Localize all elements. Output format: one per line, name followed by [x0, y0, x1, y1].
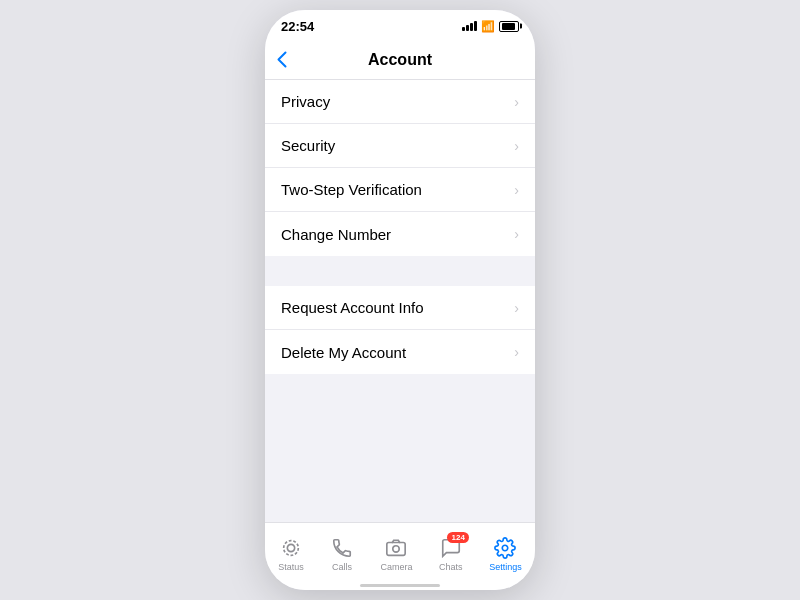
- status-time: 22:54: [281, 19, 314, 34]
- tab-item-camera[interactable]: Camera: [380, 536, 412, 572]
- content-area: Privacy › Security › Two-Step Verificati…: [265, 80, 535, 522]
- chevron-right-icon: ›: [514, 344, 519, 360]
- signal-icon: [462, 21, 477, 31]
- tab-label-calls: Calls: [332, 562, 352, 572]
- settings-tab-icon: [493, 536, 517, 560]
- chevron-right-icon: ›: [514, 182, 519, 198]
- chevron-right-icon: ›: [514, 226, 519, 242]
- tab-item-chats[interactable]: 124 Chats: [439, 536, 463, 572]
- wifi-icon: 📶: [481, 20, 495, 33]
- status-bar: 22:54 📶: [265, 10, 535, 40]
- chevron-right-icon: ›: [514, 300, 519, 316]
- menu-item-security[interactable]: Security ›: [265, 124, 535, 168]
- svg-point-3: [393, 545, 399, 551]
- tab-item-calls[interactable]: Calls: [330, 536, 354, 572]
- menu-item-change-number[interactable]: Change Number ›: [265, 212, 535, 256]
- menu-section-1: Privacy › Security › Two-Step Verificati…: [265, 80, 535, 256]
- tab-label-status: Status: [278, 562, 304, 572]
- calls-tab-icon: [330, 536, 354, 560]
- home-indicator: [265, 582, 535, 590]
- battery-icon: [499, 21, 519, 32]
- chats-badge: 124: [447, 532, 468, 543]
- menu-item-security-label: Security: [281, 137, 335, 154]
- svg-point-4: [503, 545, 509, 551]
- tab-item-status[interactable]: Status: [278, 536, 304, 572]
- menu-item-delete-account[interactable]: Delete My Account ›: [265, 330, 535, 374]
- svg-point-0: [287, 544, 294, 551]
- nav-title: Account: [368, 51, 432, 69]
- menu-item-delete-account-label: Delete My Account: [281, 344, 406, 361]
- menu-item-two-step-label: Two-Step Verification: [281, 181, 422, 198]
- menu-item-privacy-label: Privacy: [281, 93, 330, 110]
- chats-tab-icon: 124: [439, 536, 463, 560]
- tab-bar: Status Calls Camera: [265, 522, 535, 582]
- section-gap: [265, 256, 535, 286]
- tab-label-settings: Settings: [489, 562, 522, 572]
- chevron-right-icon: ›: [514, 94, 519, 110]
- menu-item-two-step[interactable]: Two-Step Verification ›: [265, 168, 535, 212]
- tab-label-chats: Chats: [439, 562, 463, 572]
- status-icons: 📶: [462, 20, 519, 33]
- back-button[interactable]: [277, 51, 287, 68]
- status-tab-icon: [279, 536, 303, 560]
- tab-item-settings[interactable]: Settings: [489, 536, 522, 572]
- menu-item-request-info-label: Request Account Info: [281, 299, 424, 316]
- phone-frame: 22:54 📶 Account Pr: [265, 10, 535, 590]
- menu-item-request-info[interactable]: Request Account Info ›: [265, 286, 535, 330]
- nav-bar: Account: [265, 40, 535, 80]
- camera-tab-icon: [384, 536, 408, 560]
- tab-label-camera: Camera: [380, 562, 412, 572]
- chevron-right-icon: ›: [514, 138, 519, 154]
- svg-rect-2: [387, 542, 405, 555]
- svg-point-1: [284, 540, 299, 555]
- menu-item-change-number-label: Change Number: [281, 226, 391, 243]
- menu-section-2: Request Account Info › Delete My Account…: [265, 286, 535, 374]
- menu-item-privacy[interactable]: Privacy ›: [265, 80, 535, 124]
- home-bar: [360, 584, 440, 587]
